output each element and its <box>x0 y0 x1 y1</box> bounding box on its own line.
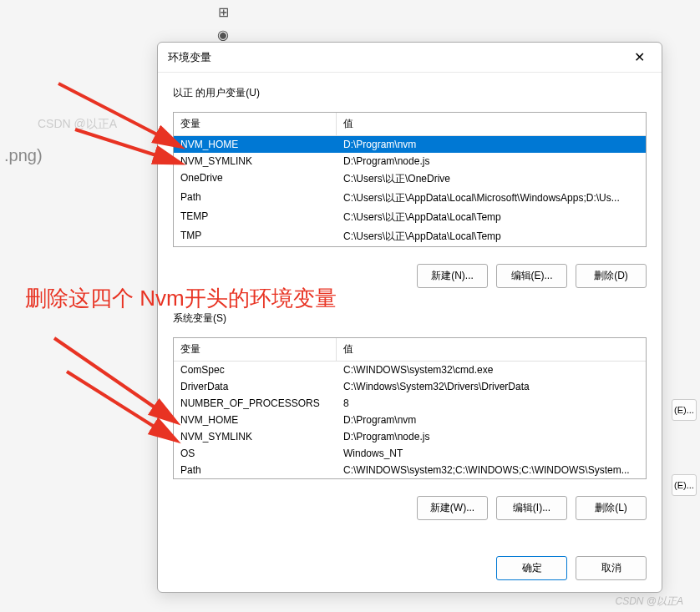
table-row[interactable]: OneDriveC:\Users\以正\OneDrive <box>174 169 646 189</box>
bg-toolbar: ⊞ ◉ <box>217 4 229 43</box>
col-variable: 变量 <box>174 113 337 135</box>
table-row[interactable]: NVM_HOMED:\Program\nvm <box>174 412 646 428</box>
var-name: NVM_HOME <box>174 136 337 153</box>
var-value: C:\Users\以正\AppData\Local\Temp <box>337 208 646 227</box>
svg-line-4 <box>67 372 175 440</box>
var-name: TEMP <box>174 208 337 227</box>
bg-filename: .png) <box>4 146 43 165</box>
var-name: Path <box>174 462 337 478</box>
var-name: DriverData <box>174 378 337 395</box>
table-row[interactable]: NVM_SYMLINKD:\Program\node.js <box>174 428 646 445</box>
user-vars-table[interactable]: 变量 值 NVM_HOMED:\Program\nvmNVM_SYMLINKD:… <box>173 112 647 247</box>
var-name: ComSpec <box>174 362 337 378</box>
ok-button[interactable]: 确定 <box>496 556 567 580</box>
annotation-text: 删除这四个 Nvm开头的环境变量 <box>25 284 337 313</box>
system-new-button[interactable]: 新建(W)... <box>417 496 488 520</box>
var-value: C:\WINDOWS\system32\cmd.exe <box>337 362 646 378</box>
var-value: 8 <box>337 395 646 412</box>
user-vars-label: 以正 的用户变量(U) <box>173 86 647 100</box>
system-delete-button[interactable]: 删除(L) <box>576 496 647 520</box>
var-value: C:\WINDOWS\system32;C:\WINDOWS;C:\WINDOW… <box>337 462 646 478</box>
bottom-watermark: CSDN @以正A <box>615 594 683 609</box>
system-vars-table[interactable]: 变量 值 ComSpecC:\WINDOWS\system32\cmd.exeD… <box>173 337 647 479</box>
col-value: 值 <box>337 338 646 361</box>
var-value: C:\Users\以正\AppData\Local\Temp <box>337 227 646 246</box>
var-value: D:\Program\nvm <box>337 412 646 428</box>
user-edit-button[interactable]: 编辑(E)... <box>496 264 567 288</box>
table-row[interactable]: NUMBER_OF_PROCESSORS8 <box>174 395 646 412</box>
var-name: NVM_HOME <box>174 412 337 428</box>
table-row[interactable]: OSWindows_NT <box>174 445 646 462</box>
dialog-titlebar: 环境变量 ✕ <box>158 43 662 73</box>
var-name: NVM_SYMLINK <box>174 428 337 445</box>
arrow-annotation-4 <box>58 363 192 447</box>
var-value: C:\Users\以正\AppData\Local\Microsoft\Wind… <box>337 189 646 208</box>
env-vars-dialog: 环境变量 ✕ 以正 的用户变量(U) 变量 值 NVM_HOMED:\Progr… <box>157 42 662 593</box>
dialog-footer: 确定 取消 <box>158 544 662 592</box>
stack-icon: ⊞ <box>218 4 229 20</box>
var-name: Path <box>174 189 337 208</box>
var-name: OneDrive <box>174 169 337 189</box>
var-value: D:\Program\node.js <box>337 153 646 169</box>
table-row[interactable]: TMPC:\Users\以正\AppData\Local\Temp <box>174 227 646 246</box>
user-new-button[interactable]: 新建(N)... <box>417 264 488 288</box>
var-name: NVM_SYMLINK <box>174 153 337 169</box>
table-row[interactable]: TEMPC:\Users\以正\AppData\Local\Temp <box>174 208 646 227</box>
system-edit-button[interactable]: 编辑(I)... <box>496 496 567 520</box>
user-delete-button[interactable]: 删除(D) <box>576 264 647 288</box>
table-row[interactable]: NVM_SYMLINKD:\Program\node.js <box>174 153 646 169</box>
svg-line-2 <box>75 129 180 163</box>
var-name: OS <box>174 445 337 462</box>
eye-icon: ◉ <box>217 27 229 43</box>
table-row[interactable]: PathC:\Users\以正\AppData\Local\Microsoft\… <box>174 189 646 208</box>
side-edit-fragment: (E)... <box>672 399 697 421</box>
var-value: C:\Users\以正\OneDrive <box>337 169 646 189</box>
dialog-title: 环境变量 <box>168 50 211 65</box>
system-vars-label: 系统变量(S) <box>173 311 647 326</box>
var-value: C:\Windows\System32\Drivers\DriverData <box>337 378 646 395</box>
table-header: 变量 值 <box>174 113 646 136</box>
col-variable: 变量 <box>174 338 337 361</box>
close-button[interactable]: ✕ <box>627 49 652 65</box>
var-name: NUMBER_OF_PROCESSORS <box>174 395 337 412</box>
table-row[interactable]: ComSpecC:\WINDOWS\system32\cmd.exe <box>174 362 646 378</box>
side-edit-fragment: (E)... <box>672 474 697 496</box>
table-row[interactable]: NVM_HOMED:\Program\nvm <box>174 136 646 153</box>
var-value: D:\Program\node.js <box>337 428 646 445</box>
var-value: D:\Program\nvm <box>337 136 646 153</box>
table-header: 变量 值 <box>174 338 646 362</box>
arrow-annotation-2 <box>67 121 196 171</box>
var-value: Windows_NT <box>337 445 646 462</box>
cancel-button[interactable]: 取消 <box>576 556 647 580</box>
var-name: TMP <box>174 227 337 246</box>
col-value: 值 <box>337 113 646 135</box>
system-button-row: 新建(W)... 编辑(I)... 删除(L) <box>173 496 647 520</box>
table-row[interactable]: PathC:\WINDOWS\system32;C:\WINDOWS;C:\WI… <box>174 462 646 478</box>
table-row[interactable]: DriverDataC:\Windows\System32\Drivers\Dr… <box>174 378 646 395</box>
